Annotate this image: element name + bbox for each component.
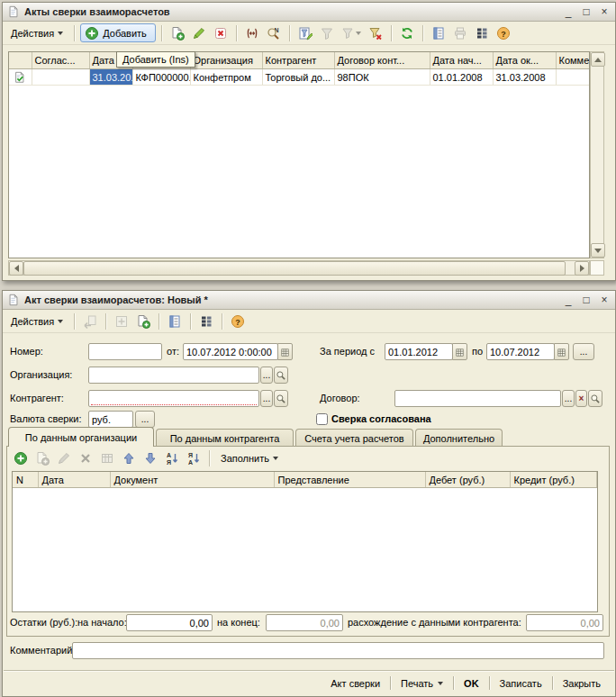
period-from-field[interactable] [385, 343, 467, 360]
row-move-down-button[interactable] [140, 449, 160, 467]
scroll-up-button[interactable] [591, 52, 605, 67]
refresh-button[interactable] [397, 24, 417, 42]
row-doc-icon-cell[interactable] [9, 69, 32, 86]
cell-agreed[interactable] [32, 69, 89, 86]
help-button[interactable]: ? [228, 312, 248, 330]
currency-select-button[interactable]: ... [135, 411, 155, 428]
edit-item-button[interactable] [189, 24, 209, 42]
organization-select-button[interactable]: ... [260, 367, 273, 384]
organization-input[interactable] [88, 367, 259, 384]
cell-date-end[interactable]: 31.03.2008 [493, 69, 556, 86]
scroll-right-button[interactable] [575, 261, 589, 276]
scroll-down-button[interactable] [591, 243, 605, 258]
comment-input[interactable] [72, 642, 604, 659]
contragent-open-button[interactable] [274, 390, 288, 407]
grid-column-presentation[interactable]: Представление [274, 472, 425, 488]
copy-item-button[interactable] [168, 24, 187, 42]
doc-date-field[interactable] [183, 343, 293, 360]
row-add-button[interactable] [11, 449, 31, 467]
calendar-button[interactable] [277, 343, 293, 360]
cell-contract[interactable]: 98ПОК [334, 69, 430, 86]
agreed-checkbox[interactable] [316, 413, 328, 425]
sort-descending-button[interactable]: ЯА [184, 449, 204, 467]
calendar-button[interactable] [554, 343, 569, 360]
form-settings-button[interactable] [196, 312, 216, 330]
number-input[interactable] [88, 343, 162, 360]
tab-accounts[interactable]: Счета учета расчетов [295, 429, 413, 447]
horizontal-scrollbar[interactable] [8, 260, 590, 276]
cell-date[interactable]: 31.03.20... [89, 69, 132, 86]
row-delete-button[interactable] [76, 449, 95, 467]
scrollbar-thumb[interactable] [23, 261, 566, 276]
period-select-button[interactable]: ... [573, 343, 594, 360]
period-from-input[interactable] [385, 343, 453, 360]
maximize-icon[interactable]: □ [580, 5, 593, 18]
contragent-input[interactable] [88, 390, 259, 407]
reread-button[interactable] [80, 312, 100, 330]
ok-button[interactable]: OK [454, 674, 489, 692]
open-journal-button[interactable] [165, 312, 185, 330]
close-icon[interactable]: × [598, 294, 611, 306]
cell-organization[interactable]: Конфетпром [190, 69, 262, 86]
print-button[interactable] [450, 24, 470, 42]
minimize-icon[interactable]: _ [562, 5, 575, 18]
organization-open-button[interactable] [274, 367, 288, 384]
rows-table[interactable]: N Дата Документ Представление Дебет (руб… [12, 471, 598, 612]
set-interval-button[interactable] [242, 24, 262, 42]
scroll-left-button[interactable] [9, 261, 23, 276]
cell-date-start[interactable]: 01.01.2008 [430, 69, 493, 86]
vertical-scrollbar[interactable] [590, 51, 604, 258]
contract-select-button[interactable]: ... [562, 390, 575, 407]
structure-button[interactable] [112, 312, 131, 330]
totals-begin-field[interactable] [126, 614, 213, 631]
currency-input[interactable] [88, 411, 133, 428]
maximize-icon[interactable]: □ [580, 294, 593, 306]
document-window-titlebar[interactable]: Акт сверки взаиморасчетов: Новый * _ □ × [3, 291, 615, 310]
filter-settings-button[interactable] [295, 24, 315, 42]
actions-menu-button[interactable]: Действия [5, 24, 68, 42]
row-edit-button[interactable] [54, 449, 74, 467]
print-menu-button[interactable]: Печать [391, 674, 453, 692]
tab-additional[interactable]: Дополнительно [415, 429, 503, 447]
close-button[interactable]: Закрыть [553, 674, 611, 692]
column-header-organization[interactable]: Организация [190, 52, 262, 69]
clear-filter-button[interactable] [366, 24, 385, 42]
organization-field[interactable] [88, 367, 259, 384]
fill-menu-button[interactable]: Заполнить [215, 449, 284, 467]
delete-item-button[interactable] [211, 24, 231, 42]
help-button[interactable]: ? [494, 24, 513, 42]
comment-field[interactable] [72, 642, 604, 659]
add-button[interactable]: Добавить [80, 23, 156, 42]
period-to-field[interactable] [486, 343, 569, 360]
acts-list-table[interactable]: Соглас... Дата Организация Контрагент До… [8, 51, 590, 258]
filter-history-button[interactable] [339, 24, 364, 42]
grid-column-credit[interactable]: Кредит (руб.) [510, 472, 597, 488]
create-based-on-button[interactable] [133, 312, 153, 330]
grid-column-n[interactable]: N [13, 472, 38, 488]
contragent-field[interactable] [88, 390, 259, 407]
sort-ascending-button[interactable]: АЯ [162, 449, 182, 467]
search-number-button[interactable]: N [264, 24, 284, 42]
contract-clear-button[interactable]: × [575, 390, 587, 407]
column-header-date-start[interactable]: Дата нач... [430, 52, 493, 69]
grid-column-debit[interactable]: Дебет (руб.) [425, 472, 510, 488]
doc-date-input[interactable] [183, 343, 278, 360]
contract-input[interactable] [394, 390, 561, 407]
reconciliation-act-button[interactable]: Акт сверки [321, 674, 390, 692]
column-header-agreed[interactable]: Соглас... [32, 52, 89, 69]
close-icon[interactable]: × [598, 5, 611, 18]
cell-number[interactable]: КФП000000... [132, 69, 190, 86]
save-button[interactable]: Записать [490, 674, 552, 692]
column-header-contract[interactable]: Договор конт... [334, 52, 430, 69]
contragent-select-button[interactable]: ... [260, 390, 273, 407]
column-header-contragent[interactable]: Контрагент [262, 52, 334, 69]
actions-menu-button[interactable]: Действия [5, 312, 68, 330]
filter-by-value-button[interactable] [317, 24, 337, 42]
row-grid-button[interactable] [97, 449, 117, 467]
calendar-button[interactable] [452, 343, 467, 360]
grid-column-document[interactable]: Документ [110, 472, 274, 488]
cell-comment[interactable] [556, 69, 589, 86]
cell-contragent[interactable]: Торговый до... [262, 69, 334, 86]
row-copy-button[interactable] [32, 449, 52, 467]
column-header-date-end[interactable]: Дата ок... [493, 52, 556, 69]
